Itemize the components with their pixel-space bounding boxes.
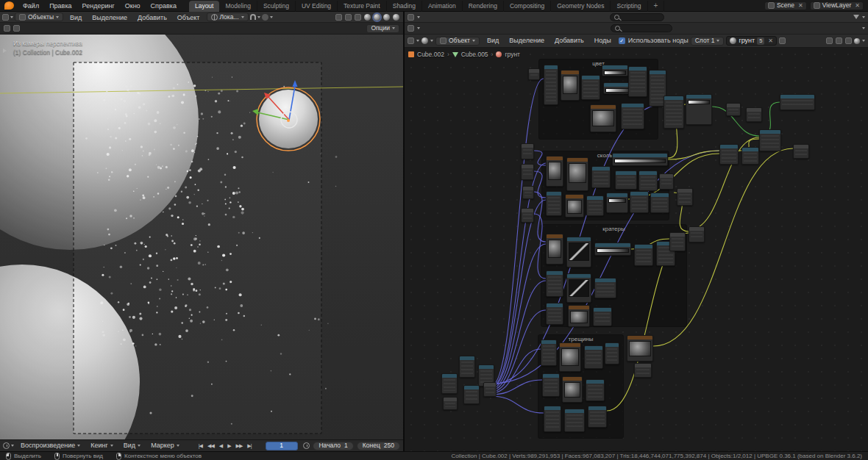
shader-node[interactable] <box>726 103 741 116</box>
editor-type-icon[interactable] <box>2 14 9 21</box>
shader-node[interactable] <box>546 234 563 265</box>
asteroid-sphere-large[interactable] <box>0 35 199 250</box>
prev-frame-button[interactable]: ◀ <box>217 443 224 448</box>
shader-node[interactable] <box>544 406 561 432</box>
shader-node[interactable] <box>669 232 686 251</box>
shader-node[interactable] <box>544 65 558 105</box>
node-menu-ноды[interactable]: Ноды <box>589 35 616 46</box>
menu-справка[interactable]: Справка <box>146 0 182 12</box>
snapping-target-icon[interactable] <box>854 38 860 44</box>
shader-node[interactable] <box>628 66 647 97</box>
scene-unlink-button[interactable]: ✕ <box>797 3 803 9</box>
shader-editor[interactable]: Объект ВидВыделениеДобавитьНоды ✓ Исполь… <box>405 35 868 451</box>
viewport-menu-выделение[interactable]: Выделение <box>87 12 132 24</box>
shader-node[interactable] <box>562 376 583 403</box>
shader-node[interactable] <box>564 409 585 432</box>
shader-node[interactable] <box>586 379 605 401</box>
proportional-editing-icon[interactable] <box>262 14 268 21</box>
shader-node[interactable] <box>588 406 607 428</box>
workspace-tab-animation[interactable]: Animation <box>422 1 463 12</box>
shader-node[interactable] <box>541 339 557 366</box>
shader-node[interactable] <box>542 373 560 397</box>
shader-node[interactable] <box>594 278 616 298</box>
shading-rendered-icon[interactable] <box>393 14 399 21</box>
shader-node[interactable] <box>612 153 668 166</box>
shader-node[interactable] <box>521 143 534 159</box>
shader-node[interactable] <box>521 164 534 180</box>
gizmo-z-arrow[interactable] <box>293 80 298 87</box>
shader-node[interactable] <box>759 129 781 151</box>
shader-node[interactable] <box>605 342 619 364</box>
shader-node[interactable] <box>584 345 603 369</box>
timeline-menu-маркер[interactable]: Маркер <box>146 440 185 452</box>
shader-node[interactable] <box>615 170 637 190</box>
material-name-widget[interactable]: грунт 5 ✕ <box>726 36 777 46</box>
viewlayer-remove-button[interactable]: ✕ <box>853 3 860 9</box>
shader-node[interactable] <box>546 270 563 297</box>
selected-sphere[interactable] <box>259 90 318 148</box>
overlays-icon[interactable] <box>345 14 352 21</box>
shader-node[interactable] <box>565 194 584 218</box>
shader-node[interactable] <box>638 170 658 191</box>
breadcrumb-item[interactable]: Cube.005 <box>461 51 488 58</box>
shader-node[interactable] <box>459 356 475 378</box>
prev-keyframe-button[interactable]: ◀◀ <box>205 443 216 448</box>
frame-end-field[interactable]: Конец 250 <box>357 442 400 450</box>
timeline-editor-icon[interactable] <box>3 442 10 449</box>
shader-node[interactable] <box>591 166 611 188</box>
shader-node[interactable] <box>528 68 540 80</box>
arrange-icon[interactable] <box>845 37 852 44</box>
shader-node[interactable] <box>677 188 693 206</box>
mode-dropdown[interactable]: Объекты <box>15 12 63 21</box>
asteroid-sphere-bottom[interactable] <box>0 265 140 439</box>
workspace-tab-modeling[interactable]: Modeling <box>219 1 257 12</box>
shader-node[interactable] <box>546 191 562 216</box>
xray-icon[interactable] <box>355 14 361 21</box>
node-menu-выделение[interactable]: Выделение <box>504 35 549 46</box>
workspace-tab-uv-editing[interactable]: UV Editing <box>296 1 338 12</box>
viewlayer-selector[interactable]: ViewLayer ✕ <box>810 1 864 10</box>
overlay-options-icon[interactable] <box>836 37 842 44</box>
workspace-tab-rendering[interactable]: Rendering <box>463 1 504 12</box>
shader-node[interactable] <box>602 65 628 76</box>
filter-funnel-icon[interactable] <box>853 15 859 19</box>
node-menu-добавить[interactable]: Добавить <box>549 35 589 46</box>
shader-node[interactable] <box>630 191 649 213</box>
snap-magnet-icon[interactable] <box>826 37 833 44</box>
shader-node[interactable] <box>581 75 600 100</box>
shader-node[interactable] <box>566 157 588 191</box>
properties-editor-icon[interactable] <box>408 25 414 32</box>
shader-node[interactable] <box>719 144 739 165</box>
node-editor-icon[interactable] <box>408 37 414 44</box>
workspace-tab-shading[interactable]: Shading <box>387 1 422 12</box>
pin-icon[interactable] <box>779 37 786 44</box>
shader-node[interactable] <box>741 147 759 165</box>
shader-node[interactable] <box>559 342 581 372</box>
jump-end-button[interactable]: ▶| <box>245 443 253 448</box>
transform-orientation-dropdown[interactable]: Лока... <box>207 12 249 21</box>
workspace-tab-layout[interactable]: Layout <box>189 1 220 12</box>
viewport-menu-вид[interactable]: Вид <box>65 12 87 24</box>
options-dropdown[interactable]: Опции <box>366 24 399 33</box>
shader-node[interactable] <box>568 305 590 327</box>
outliner-editor-icon[interactable] <box>408 14 414 21</box>
properties-search-input[interactable] <box>611 24 672 32</box>
shader-node[interactable] <box>659 173 674 190</box>
shader-node[interactable] <box>546 156 563 187</box>
shader-node[interactable] <box>627 335 653 362</box>
shader-node[interactable] <box>593 307 612 326</box>
shader-node[interactable] <box>546 303 563 325</box>
gizmo-y-arrow[interactable] <box>252 109 258 115</box>
tool-option-icon[interactable] <box>13 25 20 32</box>
shader-node[interactable] <box>441 373 458 394</box>
shader-node[interactable] <box>621 103 644 129</box>
shading-solid-icon[interactable] <box>374 14 380 21</box>
breadcrumb-item[interactable]: Cube.002 <box>417 51 444 58</box>
shader-node[interactable] <box>793 144 809 159</box>
shader-node[interactable] <box>746 107 762 122</box>
add-workspace-button[interactable]: + <box>648 1 665 12</box>
blender-logo-icon[interactable] <box>4 1 14 10</box>
shader-node[interactable] <box>634 244 653 266</box>
shader-node[interactable] <box>606 193 628 213</box>
material-users-button[interactable]: 5 <box>757 37 764 45</box>
